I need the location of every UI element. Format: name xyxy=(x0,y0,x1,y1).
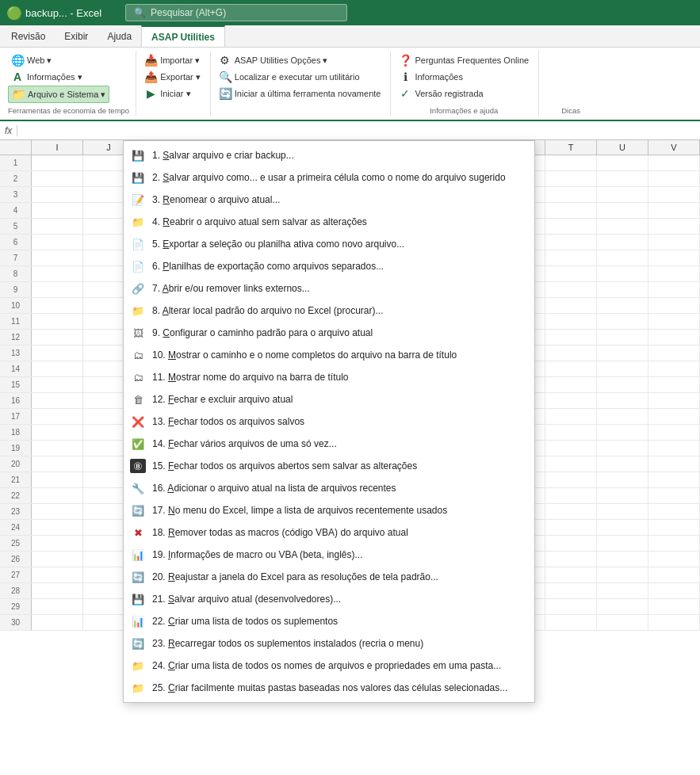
grid-cell[interactable] xyxy=(597,187,648,202)
list-item[interactable]: 📄 6. Planilhas de exportação como arquiv… xyxy=(124,255,534,277)
grid-cell[interactable] xyxy=(597,314,648,329)
grid-cell[interactable] xyxy=(32,171,83,186)
list-item[interactable]: 🔧 16. Adicionar o arquivo atual na lista… xyxy=(124,477,534,499)
grid-cell[interactable] xyxy=(545,219,597,234)
grid-cell[interactable] xyxy=(32,520,83,535)
grid-cell[interactable] xyxy=(597,330,648,345)
grid-cell[interactable] xyxy=(648,472,700,487)
grid-cell[interactable] xyxy=(648,219,700,234)
ribbon-btn-perguntas[interactable]: ❓ Perguntas Frequentes Online xyxy=(396,52,532,68)
grid-cell[interactable] xyxy=(597,425,648,440)
list-item[interactable]: 📁 8. Alterar local padrão do arquivo no … xyxy=(124,300,534,322)
grid-cell[interactable] xyxy=(597,488,648,503)
grid-cell[interactable] xyxy=(545,314,597,329)
grid-cell[interactable] xyxy=(648,298,700,313)
grid-cell[interactable] xyxy=(597,393,648,408)
tab-revisao[interactable]: Revisão xyxy=(2,25,55,47)
grid-cell[interactable] xyxy=(648,615,700,630)
grid-cell[interactable] xyxy=(32,250,83,265)
ribbon-btn-iniciar[interactable]: ▶ Iniciar ▾ xyxy=(141,86,204,101)
list-item[interactable]: 💾 21. Salvar arquivo atual (desenvolvedo… xyxy=(124,588,534,610)
grid-cell[interactable] xyxy=(32,377,83,392)
grid-cell[interactable] xyxy=(32,187,83,202)
grid-cell[interactable] xyxy=(32,567,83,582)
list-item[interactable]: 📁 25. Criar facilmente muitas pastas bas… xyxy=(124,677,534,699)
grid-cell[interactable] xyxy=(32,599,83,614)
list-item[interactable]: 🗂 11. Mostrar nome do arquivo na barra d… xyxy=(124,366,534,388)
grid-cell[interactable] xyxy=(597,266,648,281)
list-item[interactable]: 🔗 7. Abrir e/ou remover links externos..… xyxy=(124,277,534,300)
list-item[interactable]: 📄 5. Exportar a seleção ou planilha ativ… xyxy=(124,233,534,255)
grid-cell[interactable] xyxy=(597,520,648,535)
grid-cell[interactable] xyxy=(545,425,597,440)
grid-cell[interactable] xyxy=(597,583,648,598)
grid-cell[interactable] xyxy=(32,298,83,313)
list-item[interactable]: ⑧ 15. Fechar todos os arquivos abertos s… xyxy=(124,455,534,477)
grid-cell[interactable] xyxy=(597,536,648,551)
grid-cell[interactable] xyxy=(545,361,597,376)
grid-cell[interactable] xyxy=(648,377,700,392)
ribbon-btn-informacoes[interactable]: A Informações ▾ xyxy=(8,69,109,85)
grid-cell[interactable] xyxy=(597,219,648,234)
grid-cell[interactable] xyxy=(32,361,83,376)
list-item[interactable]: 📁 24. Criar uma lista de todos os nomes … xyxy=(124,655,534,677)
grid-cell[interactable] xyxy=(545,346,597,361)
grid-cell[interactable] xyxy=(545,615,597,630)
list-item[interactable]: 🗂 10. Mostrar o caminho e o nome complet… xyxy=(124,344,534,366)
grid-cell[interactable] xyxy=(32,282,83,297)
list-item[interactable]: 🖼 9. Configurar o caminho padrão para o … xyxy=(124,322,534,344)
ribbon-btn-web[interactable]: 🌐 Web ▾ xyxy=(8,52,109,68)
grid-cell[interactable] xyxy=(545,250,597,265)
grid-cell[interactable] xyxy=(648,425,700,440)
grid-cell[interactable] xyxy=(545,377,597,392)
tab-ajuda[interactable]: Ajuda xyxy=(98,25,141,47)
grid-cell[interactable] xyxy=(32,393,83,408)
grid-cell[interactable] xyxy=(648,171,700,186)
tab-asap-utilities[interactable]: ASAP Utilities xyxy=(141,25,225,47)
grid-cell[interactable] xyxy=(648,552,700,567)
grid-cell[interactable] xyxy=(648,314,700,329)
grid-cell[interactable] xyxy=(597,155,648,170)
grid-cell[interactable] xyxy=(545,552,597,567)
list-item[interactable]: 📊 22. Criar uma lista de todos os suplem… xyxy=(124,610,534,632)
grid-cell[interactable] xyxy=(32,456,83,471)
grid-cell[interactable] xyxy=(597,250,648,265)
grid-cell[interactable] xyxy=(32,441,83,456)
list-item[interactable]: ❌ 13. Fechar todos os arquivos salvos xyxy=(124,410,534,433)
ribbon-btn-info[interactable]: ℹ Informações xyxy=(396,69,532,85)
grid-cell[interactable] xyxy=(648,536,700,551)
grid-cell[interactable] xyxy=(597,203,648,218)
grid-cell[interactable] xyxy=(597,409,648,424)
grid-cell[interactable] xyxy=(648,250,700,265)
grid-cell[interactable] xyxy=(545,330,597,345)
grid-cell[interactable] xyxy=(545,187,597,202)
ribbon-btn-ultima-ferramenta[interactable]: 🔄 Iniciar a última ferramenta novamente xyxy=(216,86,384,101)
grid-cell[interactable] xyxy=(545,171,597,186)
grid-cell[interactable] xyxy=(597,282,648,297)
grid-cell[interactable] xyxy=(597,298,648,313)
list-item[interactable]: 📊 19. Informações de macro ou VBA (beta,… xyxy=(124,544,534,566)
grid-cell[interactable] xyxy=(545,520,597,535)
grid-cell[interactable] xyxy=(545,298,597,313)
grid-cell[interactable] xyxy=(597,615,648,630)
grid-cell[interactable] xyxy=(648,583,700,598)
grid-cell[interactable] xyxy=(648,504,700,519)
grid-cell[interactable] xyxy=(32,504,83,519)
grid-cell[interactable] xyxy=(597,472,648,487)
grid-cell[interactable] xyxy=(32,346,83,361)
grid-cell[interactable] xyxy=(32,536,83,551)
list-item[interactable]: 💾 1. Salvar arquivo e criar backup... xyxy=(124,144,534,166)
grid-cell[interactable] xyxy=(648,393,700,408)
grid-cell[interactable] xyxy=(545,441,597,456)
grid-cell[interactable] xyxy=(597,456,648,471)
grid-cell[interactable] xyxy=(648,187,700,202)
grid-cell[interactable] xyxy=(545,203,597,218)
grid-cell[interactable] xyxy=(597,171,648,186)
grid-cell[interactable] xyxy=(32,235,83,250)
grid-cell[interactable] xyxy=(597,504,648,519)
grid-cell[interactable] xyxy=(32,314,83,329)
grid-cell[interactable] xyxy=(648,235,700,250)
list-item[interactable]: 💾 2. Salvar arquivo como... e usar a pri… xyxy=(124,166,534,189)
tab-exibir[interactable]: Exibir xyxy=(55,25,98,47)
grid-cell[interactable] xyxy=(32,615,83,630)
